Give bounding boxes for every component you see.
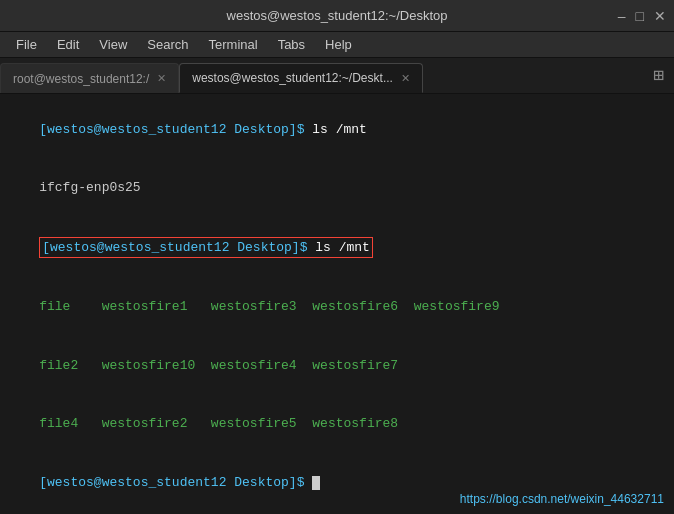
- output-ifcfg: ifcfg-enp0s25: [39, 180, 140, 195]
- watermark: https://blog.csdn.net/weixin_44632711: [460, 492, 664, 506]
- col-file4: file4: [39, 416, 101, 431]
- terminal-area[interactable]: [westos@westos_student12 Desktop]$ ls /m…: [0, 94, 674, 514]
- terminal-line-5: file2 westosfire10 westosfire4 westosfir…: [8, 336, 666, 395]
- col-wf10: westosfire10: [102, 358, 211, 373]
- title-bar-controls: – □ ✕: [618, 8, 666, 24]
- tab-root-label: root@westos_student12:/: [13, 72, 149, 86]
- col-wf1: westosfire1: [102, 299, 211, 314]
- terminal-line-4: file westosfire1 westosfire3 westosfire6…: [8, 278, 666, 337]
- menu-tabs[interactable]: Tabs: [270, 35, 313, 54]
- terminal-line-3: [westos@westos_student12 Desktop]$ ls /m…: [8, 217, 666, 278]
- close-button[interactable]: ✕: [654, 8, 666, 24]
- prompt-3: [westos@westos_student12 Desktop]$: [39, 475, 312, 490]
- command-2: ls /mnt: [315, 240, 370, 255]
- tab-desktop-close[interactable]: ✕: [401, 72, 410, 85]
- menu-edit[interactable]: Edit: [49, 35, 87, 54]
- minimize-button[interactable]: –: [618, 8, 626, 24]
- col-file2: file2: [39, 358, 101, 373]
- title-bar-title: westos@westos_student12:~/Desktop: [227, 8, 448, 23]
- command-1: ls /mnt: [312, 122, 367, 137]
- col-wf9: westosfire9: [414, 299, 500, 314]
- maximize-button[interactable]: □: [636, 8, 644, 24]
- menu-bar: File Edit View Search Terminal Tabs Help: [0, 32, 674, 58]
- menu-terminal[interactable]: Terminal: [201, 35, 266, 54]
- menu-file[interactable]: File: [8, 35, 45, 54]
- terminal-line-6: file4 westosfire2 westosfire5 westosfire…: [8, 395, 666, 454]
- menu-search[interactable]: Search: [139, 35, 196, 54]
- col-wf6: westosfire6: [312, 299, 413, 314]
- tab-desktop[interactable]: westos@westos_student12:~/Deskt... ✕: [179, 63, 423, 93]
- prompt-1: [westos@westos_student12 Desktop]$: [39, 122, 312, 137]
- cursor: [312, 476, 320, 490]
- highlighted-command: [westos@westos_student12 Desktop]$ ls /m…: [39, 237, 373, 259]
- tab-root-close[interactable]: ✕: [157, 72, 166, 85]
- col-wf3: westosfire3: [211, 299, 312, 314]
- menu-help[interactable]: Help: [317, 35, 360, 54]
- col-wf5: westosfire5: [211, 416, 312, 431]
- col-wf4: westosfire4: [211, 358, 312, 373]
- tab-bar: root@westos_student12:/ ✕ westos@westos_…: [0, 58, 674, 94]
- terminal-line-1: [westos@westos_student12 Desktop]$ ls /m…: [8, 100, 666, 159]
- col-wf8: westosfire8: [312, 416, 398, 431]
- tab-root[interactable]: root@westos_student12:/ ✕: [0, 63, 179, 93]
- col-file: file: [39, 299, 101, 314]
- tab-desktop-label: westos@westos_student12:~/Deskt...: [192, 71, 393, 85]
- menu-view[interactable]: View: [91, 35, 135, 54]
- prompt-2: [westos@westos_student12 Desktop]$: [42, 240, 315, 255]
- col-wf2: westosfire2: [102, 416, 211, 431]
- title-bar: westos@westos_student12:~/Desktop – □ ✕: [0, 0, 674, 32]
- col-wf7: westosfire7: [312, 358, 398, 373]
- terminal-line-2: ifcfg-enp0s25: [8, 159, 666, 218]
- tab-icon: ⊞: [653, 64, 664, 86]
